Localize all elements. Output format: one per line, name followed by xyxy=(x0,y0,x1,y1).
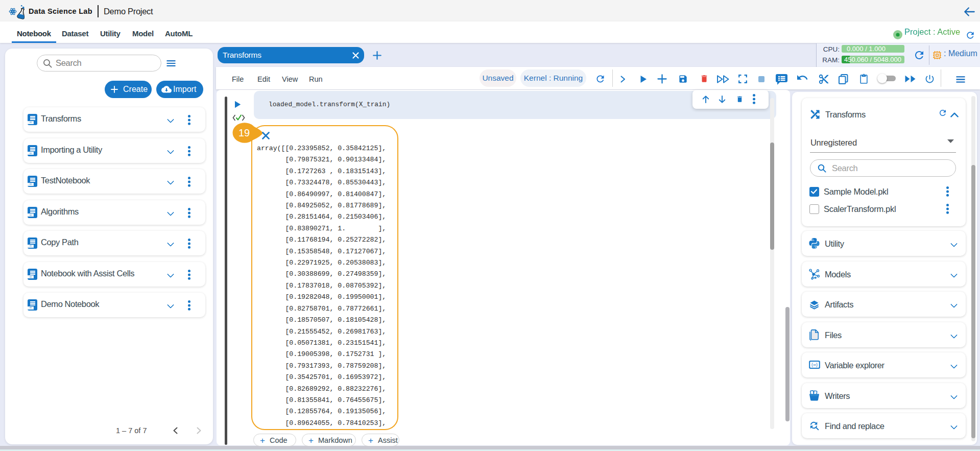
svg-text:(∞): (∞) xyxy=(811,362,818,367)
svg-text:19: 19 xyxy=(238,127,250,138)
